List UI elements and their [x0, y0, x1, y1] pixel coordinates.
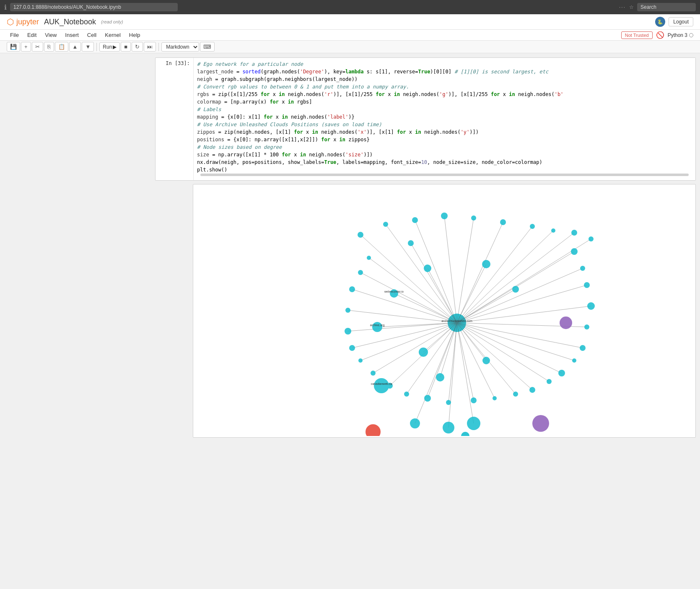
svg-point-96 — [560, 317, 572, 329]
jupyter-logo: ⬡ jupyter — [7, 17, 39, 27]
logout-button[interactable]: Logout — [669, 17, 693, 26]
add-cell-button[interactable]: + — [21, 42, 31, 52]
svg-text:canadianweb.ca: canadianweb.ca — [371, 382, 392, 385]
menu-bar: File Edit View Insert Cell Kernel Help N… — [0, 30, 700, 41]
cell-code[interactable]: # Ego network for a particular node larg… — [193, 58, 695, 180]
svg-point-67 — [547, 379, 552, 384]
svg-point-60 — [580, 266, 585, 271]
not-trusted-button[interactable]: Not Trusted — [621, 31, 653, 39]
graph-output: archivesunleashed.com canadianweb.ca arc… — [193, 184, 696, 438]
notebook-area: In [33]: # Ego network for a particular … — [151, 53, 700, 588]
svg-point-73 — [424, 395, 431, 402]
svg-point-71 — [471, 397, 477, 403]
svg-point-62 — [587, 302, 595, 310]
svg-point-90 — [419, 348, 428, 357]
jupyter-logo-icon: ⬡ — [7, 17, 14, 27]
menu-cell[interactable]: Cell — [84, 31, 100, 39]
svg-point-50 — [383, 222, 388, 227]
svg-point-92 — [436, 373, 444, 381]
cell-type-select[interactable]: Markdown — [161, 42, 199, 52]
svg-point-93 — [374, 378, 389, 393]
svg-point-83 — [367, 256, 371, 260]
sidebar — [0, 53, 151, 588]
svg-point-97 — [532, 415, 549, 432]
svg-point-94 — [467, 417, 480, 430]
svg-point-53 — [471, 215, 476, 221]
svg-point-72 — [446, 400, 451, 405]
svg-point-61 — [584, 282, 590, 288]
svg-point-49 — [358, 232, 363, 238]
search-input[interactable]: Search — [637, 3, 696, 11]
paste-button[interactable]: 📋 — [55, 42, 68, 52]
save-button[interactable]: 💾 — [7, 42, 20, 52]
jupyter-brand: jupyter — [16, 18, 39, 26]
move-up-button[interactable]: ▲ — [69, 42, 81, 52]
menu-kernel[interactable]: Kernel — [101, 31, 124, 39]
copy-button[interactable]: ⎘ — [44, 42, 54, 52]
menu-insert[interactable]: Insert — [62, 31, 82, 39]
svg-point-74 — [404, 392, 409, 397]
svg-point-78 — [349, 345, 355, 351]
kernel-name: Python 3 — [668, 32, 687, 38]
svg-point-82 — [358, 270, 363, 275]
svg-point-69 — [513, 392, 518, 397]
url-bar[interactable]: 127.0.0.1:8888/notebooks/AUK_Notebook.ip… — [10, 3, 178, 11]
menu-file[interactable]: File — [7, 31, 22, 39]
svg-point-70 — [493, 396, 497, 400]
keyboard-button[interactable]: ⌨ — [200, 42, 215, 52]
run-label: Run — [103, 44, 112, 50]
svg-point-63 — [584, 324, 589, 330]
menu-view[interactable]: View — [41, 31, 60, 39]
header-right: 🐍 Logout — [655, 17, 693, 27]
restart-run-button[interactable]: ⏭ — [144, 42, 156, 52]
network-graph: archivesunleashed.com canadianweb.ca arc… — [193, 184, 695, 436]
svg-point-84 — [408, 240, 414, 246]
svg-point-81 — [349, 286, 355, 292]
move-down-button[interactable]: ▼ — [82, 42, 94, 52]
svg-point-57 — [571, 230, 577, 236]
cell-input: In [33]: # Ego network for a particular … — [156, 58, 695, 180]
read-only-badge: (read only) — [101, 19, 123, 24]
svg-point-59 — [571, 248, 578, 255]
svg-point-87 — [424, 265, 431, 272]
svg-point-52 — [441, 213, 448, 219]
cell-label: In [33]: — [156, 58, 193, 69]
toolbar-separator2 — [158, 43, 159, 51]
more-icon[interactable]: ··· — [619, 4, 626, 10]
svg-point-66 — [558, 370, 565, 376]
run-icon: ▶ — [113, 44, 117, 50]
main-content: In [33]: # Ego network for a particular … — [0, 53, 700, 588]
toolbar-separator — [96, 43, 97, 51]
svg-point-76 — [371, 371, 376, 376]
browser-icons: ··· ☆ Search — [619, 3, 696, 11]
notebook-title[interactable]: AUK_Notebook — [44, 18, 96, 26]
svg-point-91 — [482, 357, 490, 364]
menu-right: Not Trusted 🚫 Python 3 — [621, 31, 693, 39]
svg-point-95 — [443, 422, 454, 433]
menu-edit[interactable]: Edit — [24, 31, 40, 39]
cut-button[interactable]: ✂ — [32, 42, 43, 52]
kernel-status-dot — [689, 33, 693, 37]
svg-point-64 — [580, 345, 586, 351]
svg-point-88 — [482, 260, 490, 268]
menu-help[interactable]: Help — [126, 31, 144, 39]
svg-point-51 — [412, 217, 418, 223]
svg-point-55 — [530, 224, 535, 229]
svg-point-58 — [589, 236, 594, 241]
svg-text:archivesunleashed.com: archivesunleashed.com — [441, 319, 472, 322]
svg-point-56 — [551, 228, 555, 233]
no-icon: 🚫 — [656, 31, 664, 39]
svg-point-100 — [410, 418, 420, 428]
svg-point-79 — [345, 328, 351, 335]
svg-point-65 — [572, 358, 576, 363]
star-icon[interactable]: ☆ — [629, 4, 634, 10]
restart-button[interactable]: ↻ — [132, 42, 143, 52]
run-button[interactable]: Run ▶ — [99, 42, 120, 52]
svg-point-54 — [500, 219, 506, 225]
svg-point-68 — [529, 387, 535, 393]
stop-button[interactable]: ■ — [121, 42, 131, 52]
code-scrollbar[interactable] — [200, 174, 689, 176]
toolbar: 💾 + ✂ ⎘ 📋 ▲ ▼ Run ▶ ■ ↻ ⏭ Markdown ⌨ — [0, 41, 700, 53]
python-icon: 🐍 — [655, 17, 665, 27]
code-cell[interactable]: In [33]: # Ego network for a particular … — [155, 57, 696, 181]
